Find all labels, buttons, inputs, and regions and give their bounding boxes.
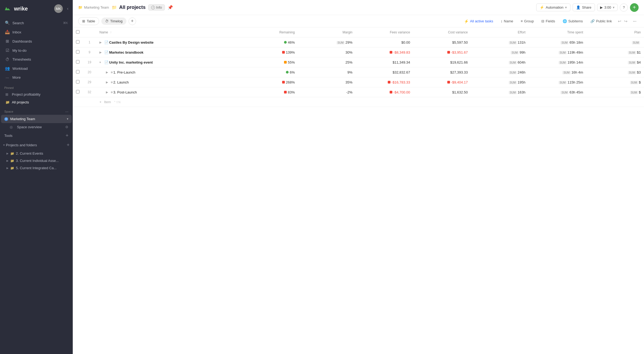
info-button[interactable]: i Info <box>148 4 165 11</box>
select-all-checkbox[interactable] <box>76 30 79 34</box>
subitems-button[interactable]: 🌐 Subitems <box>560 18 586 25</box>
fields-button[interactable]: ⊟ Fields <box>539 18 558 25</box>
sidebar: wrike MK ‹ 🔍 Search ⌘K 📥 Inbox ⊞ Dashboa… <box>0 0 73 354</box>
undo-button[interactable]: ↩ <box>617 18 622 25</box>
row-select-checkbox[interactable] <box>76 80 79 84</box>
sidebar-collapse-button[interactable]: ‹ <box>67 6 68 11</box>
tab-table[interactable]: ⊞ Table <box>78 17 99 25</box>
row-number: 9 <box>83 47 96 57</box>
row-cost-variance: $19,621.66 <box>413 57 471 67</box>
row-select-checkbox[interactable] <box>76 50 79 54</box>
sidebar-item-all-projects[interactable]: 📁 All projects <box>1 98 72 106</box>
row-number: 29 <box>83 77 96 87</box>
user-avatar[interactable]: MK <box>54 4 63 13</box>
header-actions: ⚡ Automation ▾ 👤 Share ▶ 3:00 ▾ ? + <box>536 3 639 12</box>
automation-button[interactable]: ⚡ Automation ▾ <box>536 4 570 11</box>
row-number: 20 <box>83 67 96 77</box>
share-icon: 👤 <box>576 5 580 9</box>
space-more-button[interactable]: ··· <box>65 109 68 114</box>
th-fees-variance[interactable]: Fees variance <box>356 27 413 37</box>
breadcrumb-icon: 📁 <box>78 5 82 9</box>
subitems-icon: 🌐 <box>563 19 567 23</box>
sidebar-item-folder-5[interactable]: ▶ 📁 5. Current Integrated Ca... <box>0 164 73 172</box>
row-expand-icon[interactable]: ▶ <box>106 81 110 84</box>
th-margin[interactable]: Margin <box>298 27 356 37</box>
more-options-button[interactable]: ··· <box>631 18 639 25</box>
row-task-name[interactable]: Marketec brandbook <box>109 50 143 54</box>
th-effort[interactable]: Effort <box>471 27 529 37</box>
sidebar-item-timesheets[interactable]: ⏱ Timesheets <box>2 55 71 64</box>
sidebar-item-my-todo[interactable]: ☑ My to-do <box>2 46 71 55</box>
th-time-spent[interactable]: Time spent <box>529 27 586 37</box>
filter-button[interactable]: ⚡ All active tasks <box>461 18 496 25</box>
row-task-name[interactable]: Castles By Design website <box>109 40 154 44</box>
sidebar-item-search[interactable]: 🔍 Search ⌘K <box>2 18 71 27</box>
add-item-label: Item <box>104 100 111 104</box>
row-expand-icon[interactable]: ▶ <box>106 91 110 94</box>
main-content: 📁 Marketing Team 📁 All projects i Info 📌… <box>73 0 644 354</box>
settings-icon[interactable]: ⚙ <box>65 125 68 129</box>
row-task-name[interactable]: Unity Inc. marketing event <box>109 60 153 64</box>
group-button[interactable]: ≡ Group <box>518 18 537 25</box>
svg-marker-0 <box>5 7 10 10</box>
row-task-name[interactable]: 3. Post-Launch <box>113 90 137 94</box>
row-select-checkbox[interactable] <box>76 90 79 93</box>
tools-section[interactable]: Tools + <box>0 131 73 140</box>
name-sort-button[interactable]: ↕ Name <box>498 18 516 25</box>
row-effort: SUM246h <box>471 67 529 77</box>
undo-redo-group: ↩ ↪ <box>617 18 629 25</box>
row-select-checkbox[interactable] <box>76 70 79 74</box>
sidebar-item-marketing-team[interactable]: M Marketing Team ▾ <box>1 115 72 123</box>
th-cost-variance[interactable]: Cost variance <box>413 27 471 37</box>
sidebar-item-dashboards[interactable]: ⊞ Dashboards <box>2 37 71 46</box>
redo-button[interactable]: ↪ <box>623 18 629 25</box>
row-expand-icon[interactable]: ▶ <box>99 41 103 44</box>
row-name-cell: ▶ ≡ 2. Launch <box>96 77 240 87</box>
help-button[interactable]: ? <box>620 4 628 12</box>
projects-add-button[interactable]: + <box>67 142 70 148</box>
row-expand-icon[interactable]: ▶ <box>106 71 110 74</box>
share-button[interactable]: 👤 Share <box>573 4 595 11</box>
tab-timelog[interactable]: ⏱ Timelog <box>101 18 126 25</box>
row-expand-icon[interactable]: ▶ <box>99 51 103 54</box>
page-title: 📁 All projects <box>112 5 146 10</box>
row-remaining: 268% <box>240 77 298 87</box>
dashboards-icon: ⊞ <box>5 39 10 44</box>
pin-button[interactable]: 📌 <box>168 5 173 10</box>
timer-button[interactable]: ▶ 3:00 ▾ <box>597 4 618 11</box>
tools-add-button[interactable]: + <box>65 133 68 138</box>
row-plan: SUM$4 <box>586 57 644 67</box>
row-remaining: 139% <box>240 47 298 57</box>
sidebar-item-folder-3[interactable]: ▶ 📁 3. Current Individual Asse... <box>0 157 73 164</box>
automation-icon: ⚡ <box>540 5 544 9</box>
table-row: 20 ▶ ≡ 1. Pre-Launch 6% 9% $32,832.67 $2… <box>73 67 644 77</box>
sidebar-item-project-profitability[interactable]: ⊞ Project profitability <box>1 91 72 98</box>
todo-icon: ☑ <box>5 48 10 53</box>
space-section-header: Space ··· <box>0 106 73 115</box>
th-remaining[interactable]: Remaining <box>240 27 298 37</box>
th-plan[interactable]: Plan <box>586 27 644 37</box>
add-item-cell[interactable]: + Item ⌃⇧N <box>96 97 644 107</box>
add-button[interactable]: + <box>630 3 639 12</box>
sidebar-item-inbox[interactable]: 📥 Inbox <box>2 27 71 37</box>
fields-icon: ⊟ <box>541 19 544 23</box>
row-time-spent: SUM119h 49m <box>529 47 586 57</box>
sidebar-item-more[interactable]: ··· More <box>2 73 71 82</box>
row-task-name[interactable]: 2. Launch <box>113 80 129 84</box>
row-effort: SUM195h <box>471 77 529 87</box>
sidebar-item-space-overview[interactable]: ◎ Space overview ⚙ <box>1 123 72 131</box>
row-margin: SUM29% <box>298 37 356 47</box>
row-expand-icon[interactable]: ▾ <box>99 61 103 64</box>
sidebar-item-workload[interactable]: 👥 Workload <box>2 64 71 73</box>
row-checkbox-cell <box>73 67 83 77</box>
row-task-name[interactable]: 1. Pre-Launch <box>113 70 136 74</box>
th-name[interactable]: Name ↑ <box>96 27 240 37</box>
add-tab-button[interactable]: + <box>129 18 136 25</box>
sidebar-item-folder-2[interactable]: ▶ 📁 2. Current Events <box>0 150 73 157</box>
row-margin: 25% <box>298 57 356 67</box>
row-effort: SUM163h <box>471 87 529 97</box>
projects-folders-section[interactable]: ▾ Projects and folders + <box>0 140 73 150</box>
public-link-button[interactable]: 🔗 Public link <box>588 18 615 25</box>
row-select-checkbox[interactable] <box>76 40 79 44</box>
row-select-checkbox[interactable] <box>76 60 79 64</box>
